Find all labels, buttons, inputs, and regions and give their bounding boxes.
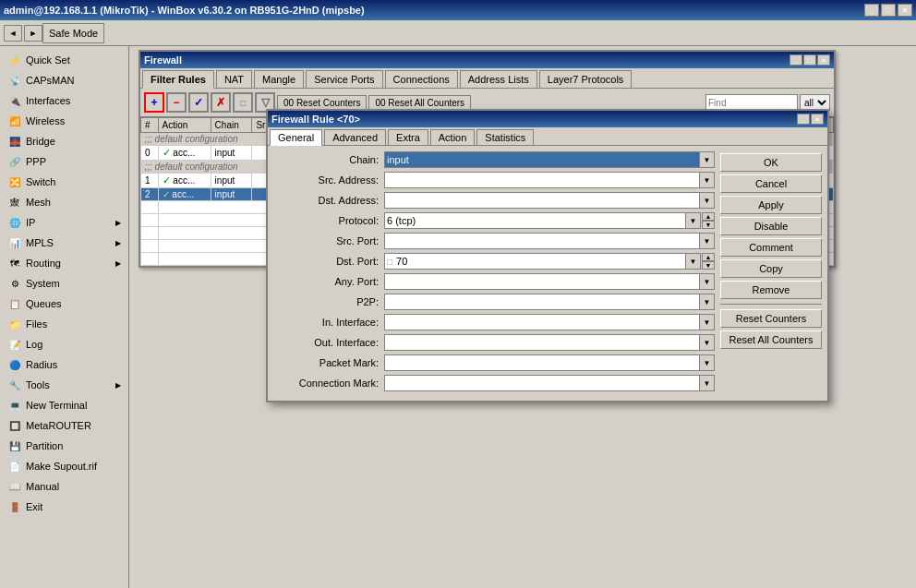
- protocol-down-btn[interactable]: ▼: [702, 221, 715, 229]
- rule-close-btn[interactable]: ×: [811, 114, 824, 125]
- copy-rule-btn[interactable]: □: [233, 92, 253, 113]
- disable-button[interactable]: Disable: [720, 217, 822, 235]
- sidebar-item-manual[interactable]: 📖 Manual: [0, 476, 128, 497]
- sidebar-item-queues[interactable]: 📋 Queues: [0, 294, 128, 314]
- dst-port-input[interactable]: [394, 256, 685, 267]
- sidebar-label-switch: Switch: [26, 176, 55, 187]
- dst-address-dropdown-btn[interactable]: ▼: [699, 193, 714, 208]
- chain-dropdown-btn[interactable]: ▼: [699, 152, 714, 167]
- maximize-btn[interactable]: □: [881, 4, 896, 17]
- sidebar-item-system[interactable]: ⚙ System: [0, 273, 128, 294]
- in-interface-dropdown-btn[interactable]: ▼: [699, 315, 714, 330]
- sidebar-item-files[interactable]: 📁 Files: [0, 314, 128, 334]
- sidebar-item-routing[interactable]: 🗺 Routing ▶: [0, 253, 128, 273]
- sidebar-label-exit: Exit: [26, 501, 42, 512]
- sidebar-item-bridge[interactable]: 🌉 Bridge: [0, 131, 128, 151]
- tab-service-ports[interactable]: Service Ports: [306, 70, 382, 88]
- rule-tab-advanced[interactable]: Advanced: [324, 129, 386, 145]
- packet-mark-input[interactable]: [385, 355, 699, 370]
- rule-tab-extra[interactable]: Extra: [388, 129, 428, 145]
- tab-address-lists[interactable]: Address Lists: [460, 70, 537, 88]
- tab-filter-rules[interactable]: Filter Rules: [142, 70, 214, 89]
- p2p-dropdown-btn[interactable]: ▼: [699, 294, 714, 309]
- safemode-button[interactable]: Safe Mode: [42, 23, 104, 43]
- sidebar-item-partition[interactable]: 💾 Partition: [0, 436, 128, 456]
- sidebar-label-ip: IP: [26, 217, 35, 228]
- dst-port-up-btn[interactable]: ▲: [702, 253, 715, 261]
- sidebar-item-switch[interactable]: 🔀 Switch: [0, 172, 128, 192]
- apply-button[interactable]: Apply: [720, 196, 822, 214]
- protocol-up-btn[interactable]: ▲: [702, 212, 715, 221]
- dst-address-input[interactable]: [385, 193, 699, 208]
- rule-tab-statistics[interactable]: Statistics: [476, 129, 534, 145]
- reset-all-counters-button[interactable]: Reset All Counters: [720, 330, 822, 349]
- sidebar-item-wireless[interactable]: 📶 Wireless: [0, 111, 128, 131]
- minimize-btn[interactable]: _: [864, 4, 879, 17]
- src-port-input[interactable]: [385, 234, 699, 248]
- comment-button[interactable]: Comment: [720, 238, 822, 257]
- connection-mark-dropdown-btn[interactable]: ▼: [699, 376, 714, 390]
- protocol-dropdown-btn[interactable]: ▼: [685, 213, 700, 228]
- sidebar-item-tools[interactable]: 🔧 Tools ▶: [0, 375, 128, 395]
- any-port-dropdown-btn[interactable]: ▼: [699, 274, 714, 289]
- cell-chain: input: [211, 146, 252, 161]
- sidebar-item-new-terminal[interactable]: 💻 New Terminal: [0, 395, 128, 415]
- add-rule-btn[interactable]: +: [144, 92, 164, 113]
- remove-button[interactable]: Remove: [720, 281, 822, 299]
- cancel-button[interactable]: Cancel: [720, 174, 822, 193]
- sidebar-item-exit[interactable]: 🚪 Exit: [0, 497, 128, 517]
- tab-layer7[interactable]: Layer7 Protocols: [539, 70, 633, 88]
- out-interface-dropdown-btn[interactable]: ▼: [699, 335, 714, 350]
- sidebar-item-log[interactable]: 📝 Log: [0, 334, 128, 354]
- rule-tab-general[interactable]: General: [270, 129, 322, 146]
- rule-tab-bar: General Advanced Extra Action Statistics: [268, 127, 827, 146]
- sidebar-item-make-supout[interactable]: 📄 Make Supout.rif: [0, 456, 128, 476]
- sidebar-item-interfaces[interactable]: 🔌 Interfaces: [0, 90, 128, 111]
- sidebar-item-ip[interactable]: 🌐 IP ▶: [0, 212, 128, 233]
- ok-button[interactable]: OK: [720, 153, 822, 172]
- sidebar-item-ppp[interactable]: 🔗 PPP: [0, 151, 128, 172]
- rule-form: Chain: ▼ Src. Address: ▼: [273, 151, 715, 395]
- protocol-wrapper: ▼ ▲ ▼: [384, 212, 715, 229]
- close-btn[interactable]: ×: [898, 4, 912, 17]
- rule-minimize-btn[interactable]: _: [797, 114, 810, 125]
- copy-button[interactable]: Copy: [720, 259, 822, 278]
- sidebar-item-quick-set[interactable]: ⚡ Quick Set: [0, 50, 128, 70]
- routing-arrow: ▶: [115, 259, 121, 268]
- sidebar-item-radius[interactable]: 🔵 Radius: [0, 354, 128, 375]
- src-address-dropdown-btn[interactable]: ▼: [699, 173, 714, 187]
- remove-rule-btn[interactable]: −: [166, 92, 187, 113]
- sidebar-item-mpls[interactable]: 📊 MPLS ▶: [0, 233, 128, 253]
- tab-nat[interactable]: NAT: [216, 70, 252, 88]
- tab-mangle[interactable]: Mangle: [254, 70, 304, 88]
- any-port-input[interactable]: [385, 274, 699, 289]
- enable-rule-btn[interactable]: ✓: [188, 92, 209, 113]
- reset-counters-button[interactable]: Reset Counters: [720, 309, 822, 328]
- in-interface-input[interactable]: [385, 315, 699, 330]
- dst-port-dropdown-btn[interactable]: ▼: [685, 254, 700, 269]
- sidebar-item-capsman[interactable]: 📡 CAPsMAN: [0, 70, 128, 90]
- connection-mark-input[interactable]: [385, 376, 699, 390]
- reset-counters-label: 00 Reset Counters: [283, 98, 360, 108]
- sidebar-item-mesh[interactable]: 🕸 Mesh: [0, 192, 128, 212]
- rule-tab-action[interactable]: Action: [430, 129, 476, 145]
- sidebar-item-metarouter[interactable]: 🔲 MetaROUTER: [0, 415, 128, 436]
- tab-connections[interactable]: Connections: [385, 70, 458, 88]
- protocol-input[interactable]: [385, 213, 685, 228]
- back-btn[interactable]: ◄: [4, 25, 22, 42]
- fw-maximize-btn[interactable]: □: [803, 54, 816, 66]
- out-interface-input[interactable]: [385, 335, 699, 350]
- p2p-input[interactable]: [385, 294, 699, 309]
- rule-content: Chain: ▼ Src. Address: ▼: [268, 146, 827, 401]
- fw-close-btn[interactable]: ×: [817, 54, 830, 66]
- fw-minimize-btn[interactable]: _: [789, 54, 802, 66]
- packet-mark-dropdown-btn[interactable]: ▼: [699, 355, 714, 370]
- src-port-dropdown-btn[interactable]: ▼: [699, 234, 714, 248]
- forward-btn[interactable]: ►: [24, 25, 42, 42]
- disable-rule-btn[interactable]: ✗: [211, 92, 231, 113]
- dst-port-down-btn[interactable]: ▼: [702, 261, 715, 270]
- reset-all-counters-btn[interactable]: 00 Reset All Counters: [368, 95, 471, 111]
- reset-counters-btn[interactable]: 00 Reset Counters: [277, 95, 367, 111]
- chain-input[interactable]: [385, 152, 699, 167]
- src-address-input[interactable]: [385, 173, 699, 187]
